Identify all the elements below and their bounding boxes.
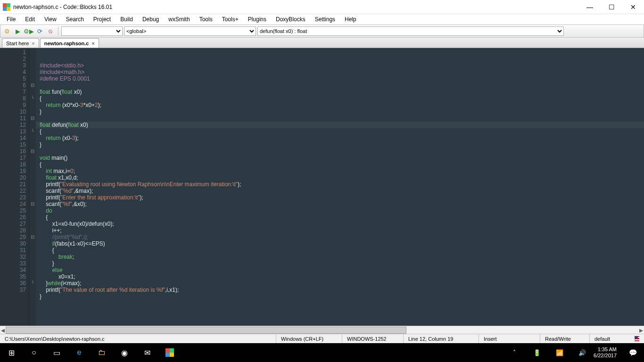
cortana-icon[interactable]: ○ <box>23 343 45 362</box>
build-run-icon[interactable]: ⚙▶ <box>24 26 33 36</box>
task-view-icon[interactable]: ▭ <box>45 343 68 362</box>
status-lang: default <box>590 334 630 343</box>
menu-file[interactable]: File <box>2 15 20 24</box>
run-icon[interactable]: ▶ <box>13 26 23 36</box>
code-area[interactable]: #include<stdio.h>#include<math.h>#define… <box>36 48 644 326</box>
minimize-button[interactable]: — <box>579 0 601 14</box>
current-line-highlight <box>36 122 644 128</box>
menu-settings[interactable]: Settings <box>310 15 340 24</box>
notifications-icon[interactable]: 💬 <box>621 343 644 362</box>
menu-bar: File Edit View Search Project Build Debu… <box>0 14 644 25</box>
menu-plugins[interactable]: Plugins <box>243 15 271 24</box>
codeblocks-taskbar-icon[interactable] <box>158 343 181 362</box>
rebuild-icon[interactable]: ⟳ <box>35 26 44 36</box>
line-gutter: 1234567891011121314151617181920212223242… <box>0 48 29 326</box>
tab-newton-raphson[interactable]: newton-raphson.c × <box>40 38 99 48</box>
edge-icon[interactable]: e <box>68 343 91 362</box>
tab-label: Start here <box>6 41 29 46</box>
tab-label: newton-raphson.c <box>44 41 89 46</box>
status-insert: Insert <box>479 334 540 343</box>
tab-start-here[interactable]: Start here × <box>2 38 39 48</box>
function-select[interactable]: defun(float x0) : float <box>257 26 564 36</box>
app-logo-icon <box>3 3 10 11</box>
volume-icon[interactable]: 🔊 <box>571 343 594 362</box>
status-position: Line 12, Column 19 <box>404 334 479 343</box>
taskbar-clock[interactable]: 1:35 AM6/22/2017 <box>594 346 621 359</box>
tab-bar: Start here × newton-raphson.c × <box>0 38 644 48</box>
menu-help[interactable]: Help <box>340 15 361 24</box>
chrome-icon[interactable]: ◉ <box>113 343 136 362</box>
window-title: newton-raphson.c - Code::Blocks 16.01 <box>13 4 579 10</box>
status-path: C:\Users\Xenon\Desktop\newton-raphson.c <box>0 334 276 343</box>
status-eol: Windows (CR+LF) <box>276 334 342 343</box>
menu-build[interactable]: Build <box>116 15 138 24</box>
toolbar: ⚙ ▶ ⚙▶ ⟳ ⦸ <global> defun(float x0) : fl… <box>0 25 644 38</box>
close-button[interactable]: ✕ <box>622 0 644 14</box>
title-bar: newton-raphson.c - Code::Blocks 16.01 — … <box>0 0 644 14</box>
wifi-icon[interactable]: 📶 <box>548 343 571 362</box>
menu-search[interactable]: Search <box>61 15 89 24</box>
close-icon[interactable]: × <box>32 41 34 46</box>
windows-taskbar: ⊞ ○ ▭ e 🗀 ◉ ✉ ˄ 🔋 📶 🔊 1:35 AM6/22/2017 💬 <box>0 343 644 362</box>
code-editor[interactable]: 1234567891011121314151617181920212223242… <box>0 48 644 326</box>
menu-toolsplus[interactable]: Tools+ <box>217 15 243 24</box>
start-button[interactable]: ⊞ <box>0 343 23 362</box>
status-readwrite: Read/Write <box>540 334 590 343</box>
fold-column[interactable]: ⊟└⊟└⊟⊟⊟└ <box>29 48 36 326</box>
target-select[interactable] <box>61 26 123 36</box>
scope-select[interactable]: <global> <box>124 26 256 36</box>
mail-icon[interactable]: ✉ <box>136 343 158 362</box>
build-icon[interactable]: ⚙ <box>2 26 12 36</box>
status-encoding: WINDOWS-1252 <box>342 334 404 343</box>
flag-icon <box>635 336 639 341</box>
menu-tools[interactable]: Tools <box>195 15 217 24</box>
menu-debug[interactable]: Debug <box>138 15 164 24</box>
battery-icon[interactable]: 🔋 <box>526 343 548 362</box>
menu-project[interactable]: Project <box>89 15 116 24</box>
status-bar: C:\Users\Xenon\Desktop\newton-raphson.c … <box>0 334 644 343</box>
file-explorer-icon[interactable]: 🗀 <box>91 343 113 362</box>
menu-doxyblocks[interactable]: DoxyBlocks <box>271 15 310 24</box>
abort-icon[interactable]: ⦸ <box>46 26 55 36</box>
close-icon[interactable]: × <box>91 41 94 46</box>
menu-view[interactable]: View <box>40 15 61 24</box>
tray-chevron-icon[interactable]: ˄ <box>503 343 526 362</box>
maximize-button[interactable]: ☐ <box>601 0 622 14</box>
menu-edit[interactable]: Edit <box>20 15 40 24</box>
menu-wxsmith[interactable]: wxSmith <box>164 15 194 24</box>
horizontal-scrollbar[interactable]: ◂ ▸ <box>0 326 644 334</box>
